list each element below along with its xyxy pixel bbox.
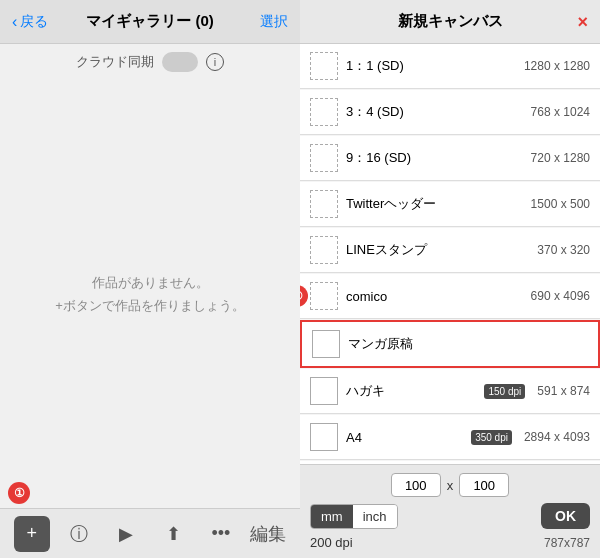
canvas-dpi-badge: 350 dpi [471,430,512,445]
canvas-list-item[interactable]: マンガ原稿 [300,320,600,368]
info-button[interactable]: ⓘ [61,516,97,552]
canvas-list-item[interactable]: 9：16 (SD)720 x 1280 [300,136,600,181]
more-icon: ••• [212,523,231,544]
canvas-size: 591 x 874 [537,384,590,398]
dimension-cross: x [447,478,454,493]
select-button[interactable]: 選択 [260,13,288,31]
canvas-list-item[interactable]: A5150 dpi874 x 1240 [300,461,600,464]
canvas-size: 1280 x 1280 [524,59,590,73]
left-toolbar: + ⓘ ▶ ⬆ ••• 編集 [0,508,300,558]
share-button[interactable]: ⬆ [156,516,192,552]
canvas-thumb [312,330,340,358]
canvas-thumb [310,52,338,80]
unit-inch-button[interactable]: inch [353,505,397,528]
close-button[interactable]: × [577,13,588,31]
unit-group: mm inch [310,504,398,529]
play-button[interactable]: ▶ [108,516,144,552]
dimension-row: x [310,473,590,497]
modal-header: 新規キャンバス × [300,0,600,44]
edit-label: 編集 [250,522,286,546]
canvas-list-item[interactable]: A4350 dpi2894 x 4093 [300,415,600,460]
canvas-item-name: LINEスタンプ [346,241,529,259]
canvas-item-name: 3：4 (SD) [346,103,523,121]
gallery-title: マイギャラリー (0) [86,12,214,31]
empty-line1: 作品がありません。 [92,271,209,294]
canvas-thumb [310,190,338,218]
canvas-list-item[interactable]: LINEスタンプ370 x 320 [300,228,600,273]
badge-2: ② [300,285,308,307]
share-icon: ⬆ [166,523,181,545]
canvas-item-name: 1：1 (SD) [346,57,516,75]
left-header: ‹ 戻る マイギャラリー (0) 選択 [0,0,300,44]
left-panel: ‹ 戻る マイギャラリー (0) 選択 クラウド同期 i 作品がありません。 +… [0,0,300,558]
cloud-info-icon[interactable]: i [206,53,224,71]
back-chevron-icon: ‹ [12,13,17,31]
badge-1: ① [8,482,30,504]
cloud-sync-label: クラウド同期 [76,53,154,71]
canvas-size: 2894 x 4093 [524,430,590,444]
plus-icon: + [26,523,37,544]
canvas-item-name: A4 [346,430,463,445]
empty-line2: +ボタンで作品を作りましょう。 [55,294,245,317]
canvas-item-name: ハガキ [346,382,476,400]
resolution-label: 787x787 [544,536,590,550]
unit-mm-button[interactable]: mm [311,505,353,528]
edit-button[interactable]: 編集 [250,516,286,552]
canvas-list-item[interactable]: ハガキ150 dpi591 x 874 [300,369,600,414]
canvas-thumb [310,282,338,310]
back-button[interactable]: ‹ 戻る [12,13,48,31]
right-panel: 新規キャンバス × 1：1 (SD)1280 x 12803：4 (SD)768… [300,0,600,558]
canvas-thumb [310,144,338,172]
unit-row: mm inch OK [310,503,590,529]
canvas-list-item[interactable]: comico690 x 4096② [300,274,600,319]
canvas-size: 370 x 320 [537,243,590,257]
canvas-list-item[interactable]: Twitterヘッダー1500 x 500 [300,182,600,227]
more-button[interactable]: ••• [203,516,239,552]
canvas-item-name: 9：16 (SD) [346,149,523,167]
cloud-sync-toggle[interactable] [162,52,198,72]
ok-button[interactable]: OK [541,503,590,529]
bottom-controls: x mm inch OK 200 dpi 787x787 [300,464,600,558]
dpi-row: 200 dpi 787x787 [310,535,590,550]
canvas-thumb [310,377,338,405]
canvas-size: 1500 x 500 [531,197,590,211]
height-input[interactable] [459,473,509,497]
cloud-sync-row: クラウド同期 i [0,44,300,80]
back-label: 戻る [20,13,48,31]
canvas-size: 690 x 4096 [531,289,590,303]
canvas-size: 720 x 1280 [531,151,590,165]
canvas-thumb [310,236,338,264]
play-icon: ▶ [119,523,133,545]
canvas-thumb [310,98,338,126]
dpi-label: 200 dpi [310,535,353,550]
add-button[interactable]: + [14,516,50,552]
modal-title: 新規キャンバス [398,12,503,31]
canvas-thumb [310,423,338,451]
canvas-item-name: comico [346,289,523,304]
canvas-size: 768 x 1024 [531,105,590,119]
canvas-list: 1：1 (SD)1280 x 12803：4 (SD)768 x 10249：1… [300,44,600,464]
info-icon: ⓘ [70,522,88,546]
canvas-list-item[interactable]: 3：4 (SD)768 x 1024 [300,90,600,135]
empty-state: 作品がありません。 +ボタンで作品を作りましょう。 [0,80,300,508]
canvas-dpi-badge: 150 dpi [484,384,525,399]
canvas-item-name: マンガ原稿 [348,335,588,353]
canvas-list-item[interactable]: 1：1 (SD)1280 x 1280 [300,44,600,89]
canvas-item-name: Twitterヘッダー [346,195,523,213]
width-input[interactable] [391,473,441,497]
